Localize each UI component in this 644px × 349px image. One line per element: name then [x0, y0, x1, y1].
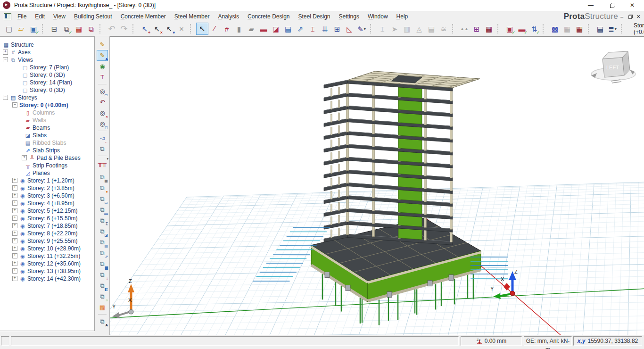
model-check-button[interactable]: ▣✓	[504, 23, 516, 35]
ramp-button[interactable]: ◺	[343, 23, 355, 35]
report-button[interactable]: ▤	[594, 23, 606, 35]
save-button[interactable]: ▣✓	[27, 23, 40, 35]
menu-concrete-design[interactable]: Concrete Design	[243, 11, 294, 22]
tree-item-storey-2-3-85m[interactable]: +◉Storey: 2 (+3.85m)	[0, 184, 94, 191]
3d-viewport[interactable]: ZXYZYXLEFT	[110, 36, 644, 335]
dropdown-caret-icon[interactable]: ▾	[364, 27, 366, 31]
command-line-panel[interactable]	[11, 336, 459, 346]
menu-steel-design[interactable]: Steel Design	[294, 11, 334, 22]
tree-item-storey-3-6-50m[interactable]: +◉Storey: 3 (+6.50m)	[0, 191, 94, 199]
tree-item-storey-7-18-85m[interactable]: +◉Storey: 7 (+18.85m)	[0, 222, 94, 229]
layers-wall-button[interactable]: ⧉▬	[97, 204, 108, 215]
expand-icon[interactable]: +	[12, 208, 17, 213]
deselect-button[interactable]: ↖×	[151, 23, 163, 35]
layers-annotation-button[interactable]: ⧉A	[97, 316, 108, 327]
tree-item-storey-13-38-95m[interactable]: +◉Storey: 13 (+38.95m)	[0, 267, 94, 274]
column-check-button[interactable]: ⇅✓	[528, 23, 540, 35]
tree-item-beams[interactable]: ▰Beams	[0, 124, 94, 131]
tree-item-storey-4-8-95m[interactable]: +◉Storey: 4 (+8.95m)	[0, 199, 94, 207]
tree-item-storey-14-plan[interactable]: ▢Storey: 14 (Plan)	[0, 78, 94, 86]
tree-item-slab-strips[interactable]: ⇗Slab Strips	[0, 146, 94, 154]
steel-column-button[interactable]: ⌶	[376, 23, 388, 35]
tree-item-storey-6-15-50m[interactable]: +◉Storey: 6 (+15.50m)	[0, 214, 94, 222]
expand-icon[interactable]: +	[12, 185, 17, 191]
batch-print-button[interactable]: ⧉✓	[60, 23, 73, 35]
delete-button[interactable]: ×	[175, 23, 188, 35]
menu-help[interactable]: Help	[392, 11, 413, 22]
ribbed-slab-button[interactable]: ▤	[282, 23, 294, 35]
select-filter-button[interactable]: ↖▾	[163, 23, 175, 35]
collapse-icon[interactable]: −	[3, 95, 8, 100]
expand-icon[interactable]: +	[12, 261, 17, 266]
collapse-icon[interactable]: −	[12, 102, 17, 108]
new-button[interactable]: ▢	[3, 23, 15, 35]
tree-item-planes[interactable]: ◿Planes	[0, 169, 94, 176]
layers-pattern-button[interactable]: ▩	[97, 302, 108, 313]
zoom-previous-button[interactable]: ↶	[97, 97, 108, 108]
tree-item-storey-9-25-55m[interactable]: +◉Storey: 9 (+25.55m)	[0, 237, 94, 244]
tree-item-structure[interactable]: ▦Structure	[0, 41, 94, 48]
tree-item-storey-0-0-00m[interactable]: −Storey: 0 (+0.00m)	[0, 101, 94, 108]
pad-base-button[interactable]: ⊞	[331, 23, 343, 35]
open-button[interactable]: ▱	[15, 23, 27, 35]
expand-icon[interactable]: +	[12, 193, 17, 198]
tree-item-views[interactable]: −⧉Views	[0, 56, 94, 63]
text-button[interactable]: T	[97, 72, 108, 83]
undo-button[interactable]: ↶	[106, 23, 118, 35]
layers-node-button[interactable]: ⧉●	[97, 183, 108, 193]
select-button[interactable]: ↖	[196, 23, 208, 35]
restore-button[interactable]	[603, 0, 622, 11]
view-cube[interactable]: LEFT	[591, 51, 636, 83]
node-button[interactable]: ◉	[97, 61, 108, 72]
axes-button[interactable]: #	[221, 23, 233, 35]
layers-frame-button[interactable]: ⧉⌶	[97, 215, 108, 226]
draw-line-button[interactable]: ∕	[208, 23, 221, 35]
expand-icon[interactable]: +	[22, 155, 27, 160]
expand-icon[interactable]: +	[12, 231, 17, 236]
tree-item-storey-7-plan[interactable]: ▢Storey: 7 (Plan)	[0, 63, 94, 71]
expand-icon[interactable]: +	[12, 253, 17, 258]
pattern-display-button[interactable]: ▩	[549, 23, 561, 35]
expand-icon[interactable]: +	[12, 216, 17, 221]
menu-edit[interactable]: Edit	[31, 11, 49, 22]
layers-foundation-button[interactable]: ⧉▆	[97, 258, 108, 269]
tree-item-storey-5-12-15m[interactable]: +◉Storey: 5 (+12.15m)	[0, 207, 94, 214]
expand-icon[interactable]: +	[12, 276, 17, 281]
tree-item-storey-8-22-20m[interactable]: +◉Storey: 8 (+22.20m)	[0, 229, 94, 237]
expand-icon[interactable]: +	[3, 50, 8, 55]
zoom-window-button[interactable]: ◎▭	[97, 86, 108, 97]
tree-item-storeys[interactable]: −▤Storeys	[0, 93, 94, 101]
expand-icon[interactable]: +	[12, 238, 17, 243]
close-button[interactable]: ✕	[622, 0, 642, 11]
layers-ribbed-button[interactable]: ⧉▤	[97, 237, 108, 248]
menu-window[interactable]: Window	[363, 11, 392, 22]
units-panel[interactable]: GE: mm, Anl: kN-m	[524, 336, 572, 346]
tree-item-storey-14-42-30m[interactable]: +◉Storey: 14 (+42.30m)	[0, 274, 94, 282]
dropdown-caret-icon[interactable]: ▾	[615, 27, 617, 31]
layers-pad-button[interactable]: ⧉◧	[97, 280, 108, 291]
zoom-extents-button[interactable]: ◎×	[97, 108, 108, 118]
storey-view-button[interactable]: ≣▾	[606, 23, 619, 35]
mdi-child-icon[interactable]	[4, 13, 11, 20]
grid-layout-button[interactable]: ⊞	[471, 23, 483, 35]
mdi-minimize-button[interactable]: –	[619, 13, 625, 20]
menu-settings[interactable]: Settings	[335, 11, 363, 22]
polyline-button[interactable]: ✎▾	[355, 23, 368, 35]
column-button[interactable]: ▮	[233, 23, 245, 35]
expand-icon[interactable]: +	[12, 246, 17, 251]
menu-file[interactable]: File	[13, 11, 31, 22]
report-table-button[interactable]: ▦	[73, 23, 85, 35]
expand-icon[interactable]: +	[12, 223, 17, 228]
expand-icon[interactable]: +	[12, 200, 17, 206]
tree-item-storey-11-32-25m[interactable]: +◉Storey: 11 (+32.25m)	[0, 252, 94, 259]
steel-spiral-button[interactable]: ≋	[438, 23, 450, 35]
tree-item-storey-0-3d[interactable]: ▢Storey: 0 (3D)	[0, 86, 94, 93]
frame-section-button[interactable]: ⌶	[306, 23, 319, 35]
tree-item-storey-10-28-90m[interactable]: +◉Storey: 10 (+28.90m)	[0, 244, 94, 252]
tree-item-walls[interactable]: ▰Walls	[0, 116, 94, 124]
mesh-display-button[interactable]: ▦	[561, 23, 573, 35]
z-level-panel[interactable]: Z= 0.00 mm	[461, 336, 522, 346]
layers-column-button[interactable]: ⧉▭	[97, 193, 108, 204]
column-schedule-button[interactable]: ▦	[483, 23, 495, 35]
expand-icon[interactable]: +	[12, 268, 17, 274]
